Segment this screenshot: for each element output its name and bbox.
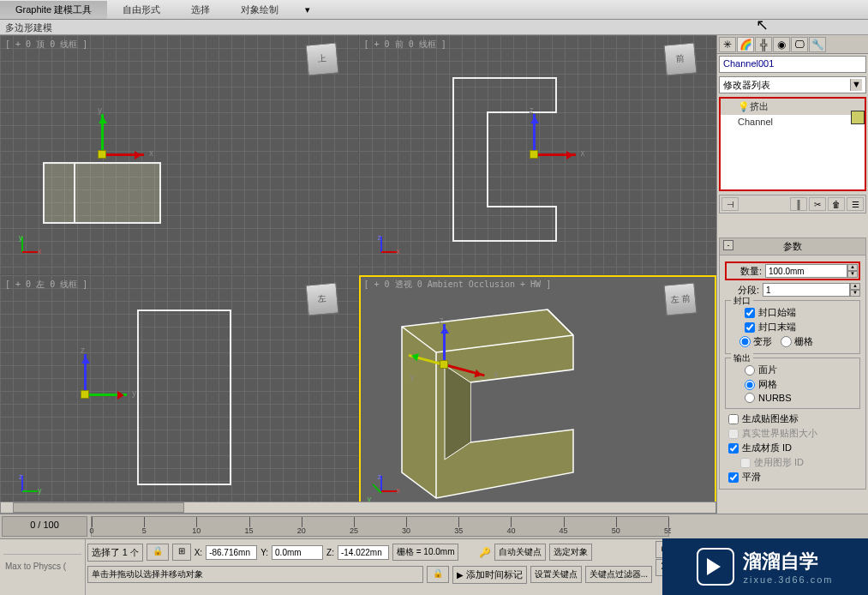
viewport-top[interactable]: [ + 0 顶 0 线框 ] 上 xy y x bbox=[0, 35, 358, 274]
viewcube-top[interactable]: 上 bbox=[307, 44, 346, 83]
axis-tripod-icon: z x bbox=[366, 237, 397, 267]
ribbon-overflow-icon[interactable]: ▾ bbox=[298, 3, 317, 17]
viewcube-left[interactable]: 左 bbox=[307, 284, 346, 323]
comm-lock-icon[interactable]: 🔒 bbox=[427, 566, 449, 583]
axis-tripod-icon: y x bbox=[7, 237, 38, 267]
y-coord-input[interactable] bbox=[272, 545, 323, 560]
subribbon-polymodeling[interactable]: 多边形建模 bbox=[0, 20, 868, 35]
viewport-front[interactable]: [ + 0 前 0 线框 ] 前 xz z x bbox=[359, 35, 717, 274]
remove-modifier-icon[interactable]: 🗑 bbox=[828, 197, 845, 211]
segments-input[interactable] bbox=[763, 283, 850, 297]
time-ruler[interactable]: 0510152025303540455055 bbox=[91, 516, 669, 537]
ribbon-tab-select[interactable]: 选择 bbox=[176, 1, 225, 19]
selected-object-dropdown[interactable]: 选定对象 bbox=[549, 544, 592, 561]
segments-spinner[interactable]: ▲▼ bbox=[763, 283, 860, 297]
stack-item-extrude[interactable]: 💡挤出 bbox=[721, 99, 865, 115]
viewcube-persp[interactable]: 左 前 bbox=[665, 284, 704, 323]
radio-patch[interactable] bbox=[745, 365, 755, 376]
object-name-field[interactable]: Channel001 bbox=[719, 56, 866, 73]
key-filters-button[interactable]: 关键点过滤器... bbox=[585, 566, 652, 583]
tab-modify-icon[interactable]: 🌈 bbox=[737, 37, 754, 52]
x-coord-input[interactable] bbox=[206, 545, 257, 560]
key-icon[interactable]: 🔑 bbox=[479, 547, 491, 558]
tab-display-icon[interactable]: 🖵 bbox=[791, 37, 808, 52]
radio-morph[interactable] bbox=[739, 336, 751, 347]
pin-stack-icon[interactable]: ⊣ bbox=[721, 197, 739, 211]
group-capping: 封口 封口始端 封口末端 变形 栅格 bbox=[725, 300, 860, 354]
lightbulb-icon[interactable]: 💡 bbox=[738, 101, 746, 110]
modifier-list-dropdown[interactable]: 修改器列表▼ bbox=[719, 76, 866, 93]
checkbox-gen-map[interactable] bbox=[728, 414, 739, 424]
viewport-front-label: [ + 0 前 0 线框 ] bbox=[364, 39, 446, 51]
spinner-down-icon[interactable]: ▼ bbox=[847, 271, 858, 278]
chevron-down-icon: ▼ bbox=[850, 79, 862, 91]
tab-motion-icon[interactable]: ◉ bbox=[773, 37, 790, 52]
command-panel-tabs: ✳ 🌈 ╬ ◉ 🖵 🔧 bbox=[717, 35, 868, 54]
checkbox-real-world bbox=[728, 429, 739, 439]
play-logo-icon bbox=[697, 548, 734, 586]
checkbox-cap-start[interactable] bbox=[745, 308, 755, 318]
tab-hierarchy-icon[interactable]: ╬ bbox=[755, 37, 772, 52]
prompt-line: 单击并拖动以选择并移动对象 bbox=[87, 566, 423, 583]
stack-item-channel[interactable]: Channel bbox=[721, 115, 865, 129]
stack-toolbar: ⊣ ║ ✂ 🗑 ☰ bbox=[719, 195, 866, 213]
rollout-header[interactable]: - 参数 bbox=[720, 238, 865, 255]
viewport-left[interactable]: [ + 0 左 0 线框 ] 左 yz z y bbox=[0, 275, 358, 514]
set-key-button[interactable]: 设置关键点 bbox=[530, 566, 582, 583]
watermark-overlay: 溜溜自学 zixue.3d66.com bbox=[662, 538, 868, 595]
modifier-stack[interactable]: 💡挤出 Channel bbox=[719, 97, 866, 191]
ribbon: Graphite 建模工具 自由形式 选择 对象绘制 ▾ bbox=[0, 0, 868, 20]
transform-type-icon[interactable]: ⊞ bbox=[172, 544, 191, 561]
auto-key-button[interactable]: 自动关键点 bbox=[494, 544, 546, 561]
add-time-tag[interactable]: ▶ 添加时间标记 bbox=[452, 566, 527, 584]
viewport-area: [ + 0 顶 0 线框 ] 上 xy y x [ + 0 前 0 线框 ] 前 bbox=[0, 35, 716, 514]
ribbon-tab-freeform[interactable]: 自由形式 bbox=[107, 1, 176, 19]
ribbon-tab-paint[interactable]: 对象绘制 bbox=[225, 1, 294, 19]
lock-selection-icon[interactable]: 🔒 bbox=[147, 544, 169, 561]
group-output: 输出 面片 网格 NURBS bbox=[725, 358, 860, 409]
checkbox-smooth[interactable] bbox=[728, 472, 739, 483]
rollout-parameters: - 参数 数量: ▲▼ 分段: ▲▼ 封口 封口始端 封口末 bbox=[719, 237, 866, 490]
collapse-icon[interactable]: - bbox=[723, 240, 733, 250]
amount-spinner[interactable]: ▲▼ bbox=[765, 264, 858, 278]
viewport-perspective[interactable]: [ + 0 透视 0 Ambient Occlusion + HW ] 左 前 … bbox=[359, 275, 717, 514]
time-scrubber[interactable]: 0 / 100 bbox=[2, 516, 87, 537]
amount-input[interactable] bbox=[765, 264, 847, 278]
timeline[interactable]: 0 / 100 0510152025303540455055 bbox=[0, 514, 671, 538]
checkbox-gen-mat[interactable] bbox=[728, 443, 739, 454]
viewcube-front[interactable]: 前 bbox=[665, 44, 704, 83]
checkbox-cap-end[interactable] bbox=[745, 322, 755, 333]
viewport-scrollbar[interactable] bbox=[0, 502, 716, 514]
ribbon-tab-graphite[interactable]: Graphite 建模工具 bbox=[0, 1, 107, 19]
viewport-persp-label: [ + 0 透视 0 Ambient Occlusion + HW ] bbox=[364, 279, 552, 291]
make-unique-icon[interactable]: ✂ bbox=[809, 197, 826, 211]
viewport-left-label: [ + 0 左 0 线框 ] bbox=[5, 279, 87, 291]
tab-utilities-icon[interactable]: 🔧 bbox=[809, 37, 826, 52]
viewport-top-label: [ + 0 顶 0 线框 ] bbox=[5, 39, 87, 51]
object-color-swatch[interactable] bbox=[851, 111, 865, 124]
z-coord-input[interactable] bbox=[338, 545, 389, 560]
radio-mesh[interactable] bbox=[745, 380, 755, 390]
command-panel: ✳ 🌈 ╬ ◉ 🖵 🔧 Channel001 修改器列表▼ 💡挤出 Channe… bbox=[716, 35, 868, 514]
tab-create-icon[interactable]: ✳ bbox=[719, 37, 736, 52]
show-end-result-icon[interactable]: ║ bbox=[790, 197, 807, 211]
selection-status: 选择了 1 个 bbox=[87, 544, 143, 562]
checkbox-use-shape bbox=[740, 458, 751, 468]
configure-sets-icon[interactable]: ☰ bbox=[847, 197, 864, 211]
spinner-up-icon[interactable]: ▲ bbox=[847, 264, 858, 271]
param-amount: 数量: ▲▼ bbox=[725, 261, 860, 280]
maxscript-mini[interactable]: Max to Physcs ( bbox=[0, 539, 86, 595]
grid-status: 栅格 = 10.0mm bbox=[392, 544, 459, 561]
radio-grid[interactable] bbox=[781, 336, 792, 347]
radio-nurbs[interactable] bbox=[745, 393, 755, 403]
